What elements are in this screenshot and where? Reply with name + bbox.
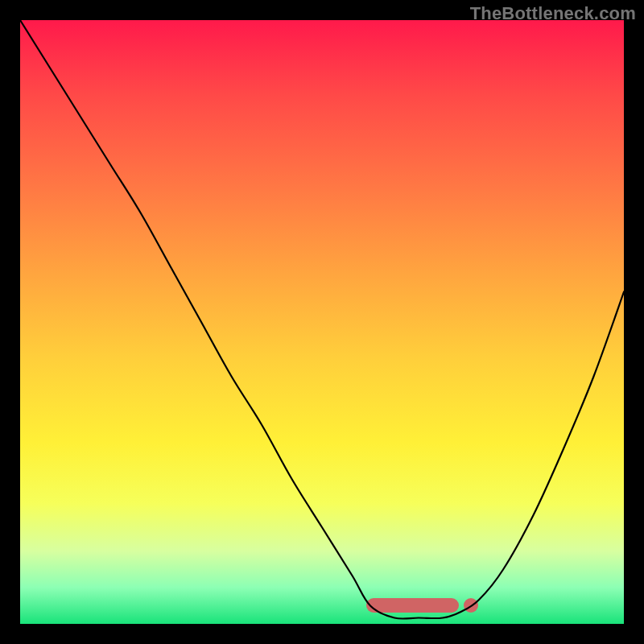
chart-plot-area bbox=[20, 20, 624, 624]
chart-frame: TheBottleneck.com bbox=[0, 0, 644, 644]
bottleneck-curve bbox=[20, 20, 624, 624]
watermark-text: TheBottleneck.com bbox=[470, 3, 636, 24]
curve-path bbox=[20, 20, 624, 619]
